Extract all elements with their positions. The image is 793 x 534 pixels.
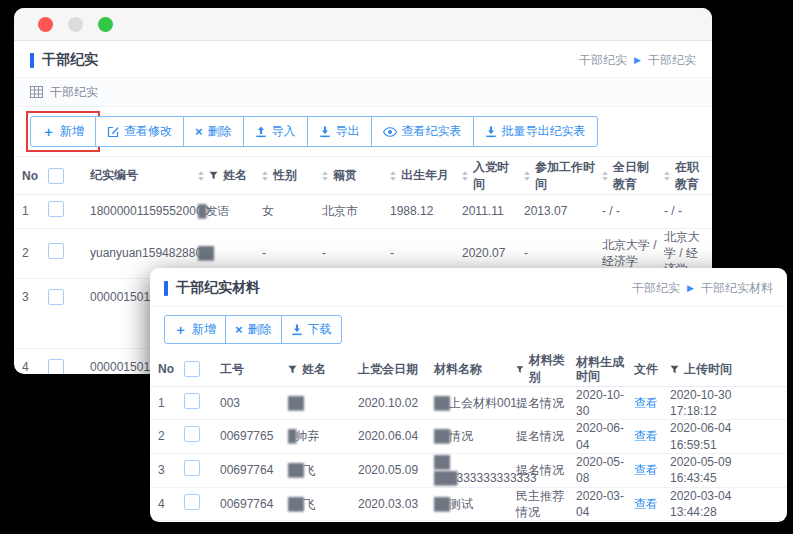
plus-icon: ＋ xyxy=(42,125,55,138)
select-all-checkbox[interactable] xyxy=(184,361,200,377)
view-file-link[interactable]: 查看 xyxy=(634,497,658,511)
sort-icon[interactable] xyxy=(390,171,396,181)
col-upload-time[interactable]: 上传时间 xyxy=(670,361,787,378)
person-name: █帅弃 xyxy=(288,428,358,444)
table-row: 4 00697764 ██飞 2020.03.03 ██测试 民主推荐情况 20… xyxy=(150,488,787,521)
material-name: ██测试 xyxy=(434,496,516,512)
table-header-row: No 纪实编号 姓名 性别 籍贯 出生年月 入党时间 参加工 xyxy=(14,157,712,195)
select-all-checkbox[interactable] xyxy=(48,168,64,184)
import-button[interactable]: 导入 xyxy=(243,116,308,147)
view-record-sheet-button[interactable]: 查看纪实表 xyxy=(371,116,474,147)
filter-icon[interactable] xyxy=(516,365,524,374)
material-name: ██情况 xyxy=(434,428,516,444)
col-material-name: 材料名称 xyxy=(434,361,516,378)
download-icon xyxy=(319,126,331,138)
breadcrumb-parent[interactable]: 干部纪实 xyxy=(632,280,680,297)
view-edit-button[interactable]: 查看修改 xyxy=(95,116,184,147)
table-caption: 干部纪实 xyxy=(50,84,98,101)
sort-icon[interactable] xyxy=(322,171,328,181)
table-grid-icon xyxy=(30,86,43,98)
col-gender[interactable]: 性别 xyxy=(262,167,322,184)
maximize-window-icon[interactable] xyxy=(98,17,113,32)
view-file-link[interactable]: 查看 xyxy=(634,396,658,410)
row-checkbox[interactable] xyxy=(184,393,200,409)
page-title: 干部纪实 xyxy=(30,51,98,69)
breadcrumb-arrow-icon: ▶ xyxy=(634,56,641,65)
filter-icon[interactable] xyxy=(670,365,679,374)
eye-icon xyxy=(383,127,397,137)
cadre-record-materials-panel: 干部纪实材料 干部纪实 ▶ 干部纪实材料 ＋ 新增 × 删除 下载 No 工号 xyxy=(150,268,787,522)
table-row: 5 00000150 ███ 2019.10.30 ██会议纪要 提名情况 20… xyxy=(150,521,787,522)
record-id: 180000011595520000 xyxy=(90,203,198,219)
sort-icon[interactable] xyxy=(602,171,608,181)
add-button[interactable]: ＋ 新增 xyxy=(30,116,96,147)
col-record-id: 纪实编号 xyxy=(90,167,198,184)
delete-button[interactable]: × 删除 xyxy=(183,116,244,147)
col-onjob-edu[interactable]: 在职教育 xyxy=(664,159,712,193)
table-header-row: No 工号 姓名 上党会日期 材料名称 材料类别 材料生成时间 文件 上传时间 xyxy=(150,352,787,387)
table-caption-bar: 干部纪实 xyxy=(14,77,712,107)
col-name[interactable]: 姓名 xyxy=(198,167,262,184)
col-fulltime-edu[interactable]: 全日制教育 xyxy=(602,159,664,193)
export-button[interactable]: 导出 xyxy=(307,116,372,147)
material-name: █████333333333333 xyxy=(434,454,516,486)
batch-export-sheet-button[interactable]: 批量导出纪实表 xyxy=(473,116,598,147)
row-checkbox[interactable] xyxy=(184,460,200,476)
record-id: yuanyuan1594828800 xyxy=(90,245,198,261)
x-icon: × xyxy=(235,323,243,336)
page-title-text: 干部纪实 xyxy=(42,51,98,69)
table-row: 3 00697764 ██飞 2020.05.09 █████333333333… xyxy=(150,454,787,488)
filter-icon[interactable] xyxy=(288,365,297,374)
col-name[interactable]: 姓名 xyxy=(288,361,358,378)
x-icon: × xyxy=(195,125,203,138)
person-name: █发语 xyxy=(198,203,262,219)
add-material-button[interactable]: ＋ 新增 xyxy=(164,315,226,344)
col-no: No xyxy=(22,169,48,183)
table-row: 2 00697765 █帅弃 2020.06.04 ██情况 提名情况 2020… xyxy=(150,420,787,453)
person-name: ██ xyxy=(288,395,358,411)
col-emp-id: 工号 xyxy=(220,361,288,378)
col-birth-date[interactable]: 出生年月 xyxy=(390,167,462,184)
breadcrumb-current: 干部纪实 xyxy=(648,52,696,69)
col-join-work[interactable]: 参加工作时间 xyxy=(524,159,602,193)
person-name: ██飞 xyxy=(288,462,358,478)
person-name: ██飞 xyxy=(288,496,358,512)
row-checkbox[interactable] xyxy=(184,426,200,442)
table-row: 1 003 ██ 2020.10.02 ██上会材料001 提名情况 2020-… xyxy=(150,387,787,420)
col-no: No xyxy=(158,362,184,376)
sort-icon[interactable] xyxy=(524,171,530,181)
row-checkbox[interactable] xyxy=(48,243,64,259)
delete-material-button[interactable]: × 删除 xyxy=(225,315,282,344)
sort-icon[interactable] xyxy=(198,171,204,181)
window-titlebar[interactable] xyxy=(14,8,712,41)
sort-icon[interactable] xyxy=(664,171,670,181)
plus-icon: ＋ xyxy=(174,323,187,336)
minimize-window-icon[interactable] xyxy=(68,17,83,32)
download-icon xyxy=(291,324,303,336)
sort-icon[interactable] xyxy=(262,171,268,181)
col-join-party[interactable]: 入党时间 xyxy=(462,159,524,193)
close-window-icon[interactable] xyxy=(38,17,53,32)
download-material-button[interactable]: 下载 xyxy=(281,315,342,344)
col-material-type[interactable]: 材料类别 xyxy=(516,352,576,386)
breadcrumb-parent[interactable]: 干部纪实 xyxy=(579,52,627,69)
view-file-link[interactable]: 查看 xyxy=(634,429,658,443)
col-generated-time: 材料生成时间 xyxy=(576,355,634,384)
table-row: 1 180000011595520000 █发语 女 北京市 1988.12 2… xyxy=(14,195,712,229)
col-native-place[interactable]: 籍贯 xyxy=(322,167,390,184)
title-accent-bar xyxy=(30,53,34,68)
sort-icon[interactable] xyxy=(462,171,468,181)
row-checkbox[interactable] xyxy=(48,201,64,217)
row-checkbox[interactable] xyxy=(48,289,64,305)
section-header: 干部纪实材料 干部纪实 ▶ 干部纪实材料 xyxy=(150,268,787,307)
col-file: 文件 xyxy=(634,361,670,378)
panel-title: 干部纪实材料 xyxy=(164,279,260,297)
row-checkbox[interactable] xyxy=(48,359,64,374)
row-checkbox[interactable] xyxy=(184,494,200,510)
panel-title-text: 干部纪实材料 xyxy=(176,279,260,297)
breadcrumb-arrow-icon: ▶ xyxy=(687,284,694,293)
filter-icon[interactable] xyxy=(209,171,218,180)
breadcrumb: 干部纪实 ▶ 干部纪实材料 xyxy=(632,280,773,297)
person-name: ██ xyxy=(198,245,262,261)
view-file-link[interactable]: 查看 xyxy=(634,463,658,477)
